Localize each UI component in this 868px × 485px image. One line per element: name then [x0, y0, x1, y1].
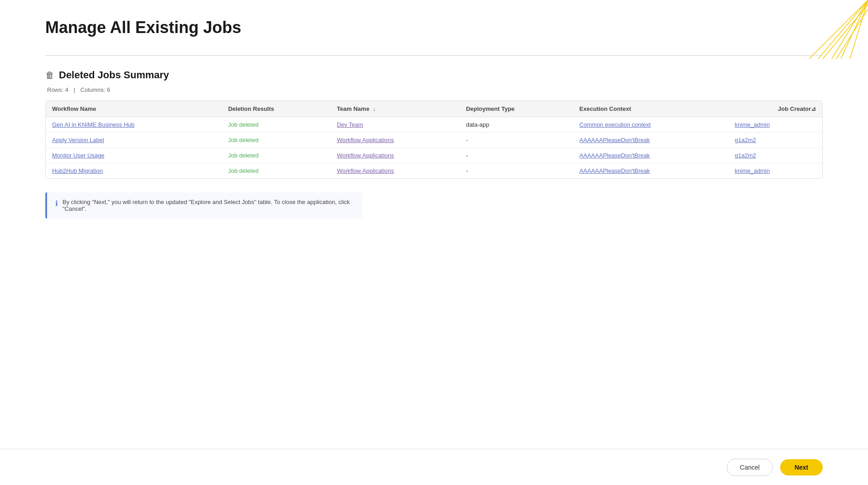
- execution-context-link[interactable]: AAAAAAPleaseDon'tBreak: [580, 137, 650, 143]
- cell-execution-context[interactable]: AAAAAAPleaseDon'tBreak: [573, 148, 729, 163]
- cell-deployment-type: -: [460, 133, 573, 148]
- team-name-link[interactable]: Workflow Applications: [337, 152, 394, 159]
- cell-execution-context[interactable]: Common execution context: [573, 117, 729, 133]
- svg-line-0: [832, 0, 868, 59]
- cell-deletion-results: Job deleted: [222, 117, 331, 133]
- bottom-footer: Cancel Next: [0, 449, 868, 485]
- workflow-name-link[interactable]: Gen AI in KNIME Business Hub: [52, 121, 134, 128]
- cell-execution-context[interactable]: AAAAAAPleaseDon'tBreak: [573, 163, 729, 179]
- page-title: Manage All Existing Jobs: [45, 18, 823, 37]
- cell-team-name[interactable]: Workflow Applications: [331, 163, 460, 179]
- cell-execution-context[interactable]: AAAAAAPleaseDon'tBreak: [573, 133, 729, 148]
- workflow-name-link[interactable]: Apply Version Label: [52, 137, 104, 143]
- cell-deployment-type: data-app: [460, 117, 573, 133]
- cols-count: Columns: 6: [81, 86, 110, 93]
- cell-job-creator[interactable]: knime_admin: [729, 117, 822, 133]
- cell-workflow-name[interactable]: Gen AI in KNIME Business Hub: [46, 117, 222, 133]
- section-header: 🗑 Deleted Jobs Summary: [45, 69, 823, 81]
- svg-line-5: [823, 5, 868, 59]
- cell-deletion-results: Job deleted: [222, 133, 331, 148]
- info-text: By clicking "Next," you will return to t…: [62, 199, 354, 212]
- col-header-workflow-name: Workflow Name: [46, 101, 222, 117]
- table-header-row: Workflow Name Deletion Results Team Name…: [46, 101, 822, 117]
- top-divider: [45, 55, 823, 56]
- table-row: Hub2Hub MigrationJob deletedWorkflow App…: [46, 163, 822, 179]
- table-row: Apply Version LabelJob deletedWorkflow A…: [46, 133, 822, 148]
- cell-workflow-name[interactable]: Apply Version Label: [46, 133, 222, 148]
- team-name-link[interactable]: Workflow Applications: [337, 137, 394, 143]
- cell-deletion-results: Job deleted: [222, 163, 331, 179]
- sort-icon: ↓: [373, 105, 376, 112]
- svg-line-6: [836, 9, 868, 59]
- cell-team-name[interactable]: Workflow Applications: [331, 133, 460, 148]
- cancel-button[interactable]: Cancel: [727, 459, 773, 476]
- table-meta: Rows: 4 | Columns: 6: [45, 86, 823, 93]
- cell-deployment-type: -: [460, 163, 573, 179]
- execution-context-link[interactable]: AAAAAAPleaseDon'tBreak: [580, 152, 650, 159]
- rows-count: Rows: 4: [47, 86, 68, 93]
- cell-workflow-name[interactable]: Hub2Hub Migration: [46, 163, 222, 179]
- table-row: Gen AI in KNIME Business HubJob deletedD…: [46, 117, 822, 133]
- cell-job-creator[interactable]: g1a2m2: [729, 133, 822, 148]
- col-header-execution-context: Execution Context: [573, 101, 729, 117]
- svg-line-1: [818, 0, 868, 59]
- info-icon: ℹ: [55, 199, 58, 208]
- cell-deployment-type: -: [460, 148, 573, 163]
- cell-deletion-results: Job deleted: [222, 148, 331, 163]
- col-header-deployment-type: Deployment Type: [460, 101, 573, 117]
- workflow-name-link[interactable]: Hub2Hub Migration: [52, 167, 103, 174]
- filter-icon[interactable]: ⊿: [811, 105, 816, 112]
- col-header-job-creator: Job Creator ⊿: [729, 101, 822, 117]
- cell-job-creator[interactable]: g1a2m2: [729, 148, 822, 163]
- meta-separator: |: [74, 86, 75, 93]
- data-table-container: Workflow Name Deletion Results Team Name…: [45, 100, 823, 179]
- cell-team-name[interactable]: Workflow Applications: [331, 148, 460, 163]
- team-name-link[interactable]: Dev Team: [337, 121, 363, 128]
- job-creator-link[interactable]: g1a2m2: [735, 137, 756, 143]
- next-button[interactable]: Next: [780, 459, 823, 475]
- cell-team-name[interactable]: Dev Team: [331, 117, 460, 133]
- execution-context-link[interactable]: Common execution context: [580, 121, 651, 128]
- col-header-team-name[interactable]: Team Name ↓: [331, 101, 460, 117]
- section-title: Deleted Jobs Summary: [59, 69, 169, 81]
- job-creator-link[interactable]: g1a2m2: [735, 152, 756, 159]
- job-creator-link[interactable]: knime_admin: [735, 121, 770, 128]
- team-name-link[interactable]: Workflow Applications: [337, 167, 394, 174]
- workflow-name-link[interactable]: Monitor User Usage: [52, 152, 105, 159]
- cell-workflow-name[interactable]: Monitor User Usage: [46, 148, 222, 163]
- col-header-deletion-results: Deletion Results: [222, 101, 331, 117]
- execution-context-link[interactable]: AAAAAAPleaseDon'tBreak: [580, 167, 650, 174]
- cell-job-creator[interactable]: knime_admin: [729, 163, 822, 179]
- trash-icon: 🗑: [45, 70, 54, 81]
- svg-line-3: [850, 0, 868, 59]
- job-creator-link[interactable]: knime_admin: [735, 167, 770, 174]
- info-banner: ℹ By clicking "Next," you will return to…: [45, 192, 362, 219]
- table-row: Monitor User UsageJob deletedWorkflow Ap…: [46, 148, 822, 163]
- svg-line-2: [841, 0, 868, 59]
- deleted-jobs-table: Workflow Name Deletion Results Team Name…: [46, 101, 822, 178]
